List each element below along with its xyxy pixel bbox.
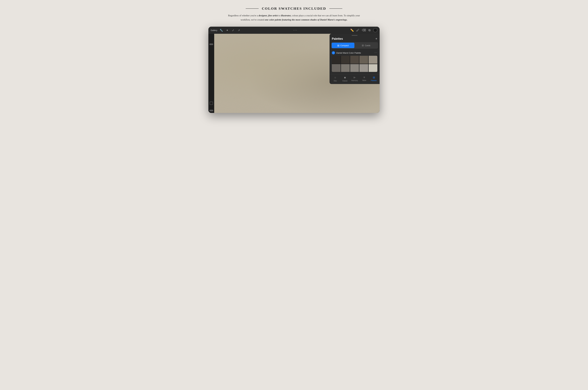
main-title: COLOR SWATCHES INCLUDED bbox=[262, 6, 326, 11]
palettes-icon: ⊞ bbox=[373, 76, 375, 79]
palettes-tab[interactable]: ⊞ Palettes bbox=[370, 76, 377, 82]
subtitle-bold2: illustrator, bbox=[281, 14, 291, 17]
compact-tab[interactable]: ▤ Compact bbox=[332, 43, 354, 48]
gallery-button[interactable]: Gallery bbox=[211, 29, 217, 32]
cards-tab-label: Cards bbox=[365, 44, 370, 47]
undo-button[interactable] bbox=[210, 102, 213, 105]
palette-name-label: Daniel Marot Color Palette bbox=[336, 52, 361, 54]
subtitle-bold3: one color palette featuring the most com… bbox=[265, 18, 348, 21]
magic-wand-icon[interactable]: ✦ bbox=[225, 29, 229, 32]
view-tabs: ▤ Compact ⊟ Cards bbox=[331, 42, 378, 49]
left-sidebar bbox=[208, 34, 214, 113]
panel-handle[interactable] bbox=[329, 34, 380, 36]
title-rule-left bbox=[246, 8, 259, 9]
subtitle-part1: Regardless of whether you're a bbox=[228, 14, 259, 17]
cards-tab[interactable]: ⊟ Cards bbox=[355, 43, 378, 48]
swatches-grid bbox=[332, 56, 377, 72]
harmony-tab[interactable]: ⊳ Harmony bbox=[351, 76, 358, 82]
swatch-6[interactable] bbox=[332, 64, 341, 72]
subtitle-text: Regardless of whether you're a designer,… bbox=[228, 14, 360, 22]
panel-title: Palettes bbox=[332, 37, 343, 41]
disc-tab[interactable]: ○ Disc bbox=[332, 76, 339, 82]
panel-header: Palettes + bbox=[329, 36, 380, 42]
palette-item-left: ✓ Daniel Marot Color Palette bbox=[332, 51, 361, 54]
swatch-8[interactable] bbox=[350, 64, 359, 72]
subtitle-bold1: designer, fine artist bbox=[259, 14, 278, 17]
classic-icon: ■ bbox=[344, 76, 346, 79]
title-rule-right bbox=[329, 8, 342, 9]
procreate-toolbar: Gallery 🔧 ✦ ⤢ ↗ ··· ✏️ 🖊 ⌫ ⧉ bbox=[208, 27, 380, 34]
classic-label: Classic bbox=[342, 80, 348, 82]
layers-icon[interactable]: ⧉ bbox=[368, 29, 370, 32]
ipad-mockup: Gallery 🔧 ✦ ⤢ ↗ ··· ✏️ 🖊 ⌫ ⧉ bbox=[208, 27, 380, 113]
color-picker-tabs: ○ Disc ■ Classic ⊳ Harmony ≡ Value ⊞ P bbox=[329, 74, 380, 82]
palette-item-header: ✓ Daniel Marot Color Palette ··· bbox=[332, 51, 377, 54]
classic-tab[interactable]: ■ Classic bbox=[341, 76, 348, 82]
palette-check-icon: ✓ bbox=[332, 51, 335, 54]
swatch-4[interactable] bbox=[360, 56, 368, 64]
swatch-5[interactable] bbox=[369, 56, 377, 64]
transform-icon[interactable]: ⤢ bbox=[231, 29, 235, 32]
palette-more-button[interactable]: ··· bbox=[374, 51, 377, 54]
value-tab[interactable]: ≡ Value bbox=[361, 76, 368, 82]
toolbar-dots[interactable]: ··· bbox=[293, 29, 298, 32]
compact-tab-icon: ▤ bbox=[337, 44, 339, 47]
harmony-icon: ⊳ bbox=[354, 76, 356, 79]
swatch-1[interactable] bbox=[332, 56, 341, 64]
disc-icon: ○ bbox=[334, 76, 336, 79]
compact-tab-label: Compact bbox=[340, 44, 349, 47]
cards-tab-icon: ⊟ bbox=[362, 44, 364, 47]
value-label: Value bbox=[362, 80, 366, 81]
title-line: COLOR SWATCHES INCLUDED bbox=[221, 6, 367, 11]
palettes-panel: Palettes + ▤ Compact ⊟ Cards ✓ bbox=[329, 34, 380, 84]
opacity-slider[interactable] bbox=[209, 110, 213, 111]
header-section: COLOR SWATCHES INCLUDED Regardless of wh… bbox=[221, 6, 367, 22]
color-picker-circle[interactable] bbox=[373, 28, 377, 32]
add-palette-button[interactable]: + bbox=[375, 37, 377, 41]
toolbar-left: Gallery 🔧 ✦ ⤢ ↗ bbox=[211, 29, 240, 32]
move-icon[interactable]: ↗ bbox=[237, 29, 240, 32]
wrench-icon[interactable]: 🔧 bbox=[220, 29, 223, 32]
palette-item: ✓ Daniel Marot Color Palette ··· bbox=[329, 50, 380, 73]
handle-bar bbox=[352, 35, 358, 36]
eraser-icon[interactable]: ⌫ bbox=[362, 28, 366, 32]
swatch-9[interactable] bbox=[360, 64, 368, 72]
subtitle-part2: to bbox=[278, 14, 281, 17]
brush-icon[interactable]: ✏️ bbox=[350, 28, 354, 32]
canvas-area: Palettes + ▤ Compact ⊟ Cards ✓ bbox=[208, 34, 380, 113]
toolbar-right: ✏️ 🖊 ⌫ ⧉ bbox=[350, 28, 377, 32]
swatch-2[interactable] bbox=[341, 56, 350, 64]
smudge-icon[interactable]: 🖊 bbox=[356, 29, 359, 32]
value-icon: ≡ bbox=[363, 76, 365, 79]
harmony-label: Harmony bbox=[351, 80, 358, 81]
palettes-tab-label: Palettes bbox=[371, 80, 377, 81]
brush-size-slider[interactable] bbox=[209, 44, 213, 45]
swatch-10[interactable] bbox=[369, 64, 377, 72]
swatch-7[interactable] bbox=[341, 64, 350, 72]
disc-label: Disc bbox=[334, 80, 337, 82]
swatch-3[interactable] bbox=[350, 56, 359, 64]
